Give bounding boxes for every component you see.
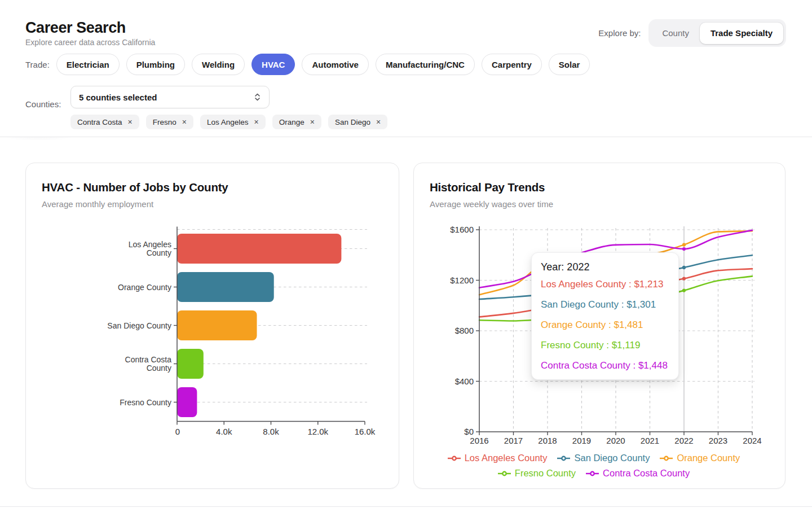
line-x-tick-label: 2020 (606, 436, 625, 445)
hover-dot (682, 247, 686, 251)
trade-pill-solar[interactable]: Solar (549, 54, 590, 75)
bar-x-tick-label: 16.0k (355, 427, 376, 436)
filters-header: Career Search Explore career data across… (0, 0, 812, 137)
legend-item-orange-county[interactable]: Orange County (660, 453, 740, 463)
line-x-tick-label: 2024 (743, 436, 761, 445)
trade-filter-row: Trade: ElectricianPlumbingWeldingHVACAut… (25, 54, 597, 75)
legend-row: Los Angeles CountySan Diego CountyOrange… (443, 450, 745, 466)
remove-county-icon[interactable]: × (182, 118, 187, 126)
line-y-tick-label: $800 (455, 326, 474, 335)
county-tag-contra-costa: Contra Costa× (70, 115, 139, 129)
bar-category-label: County (147, 248, 171, 257)
chart-tooltip: Year: 2022 Los Angeles County : $1,213Sa… (531, 252, 679, 380)
tooltip-row-san-diego-county: San Diego County : $1,301 (541, 299, 669, 310)
bar-x-tick-label: 12.0k (307, 427, 328, 436)
bar-contra-costa-county (177, 349, 204, 379)
line-x-tick-label: 2022 (674, 436, 693, 445)
tooltip-year: Year: 2022 (541, 260, 669, 274)
bottom-divider (0, 506, 812, 507)
line-x-tick-label: 2016 (470, 436, 488, 445)
county-tag-label: Contra Costa (77, 118, 122, 126)
legend-line-dot-marker (660, 455, 673, 462)
county-tag-label: San Diego (335, 118, 370, 126)
hover-dot (682, 277, 686, 280)
bar-x-tick-label: 8.0k (263, 427, 279, 436)
line-y-tick-label: $1600 (450, 225, 474, 234)
bar-chart: Los AngelesCountyOrange CountySan Diego … (26, 217, 400, 448)
line-chart-title: Historical Pay Trends (430, 181, 545, 194)
explore-by-option-county[interactable]: County (651, 23, 700, 44)
bar-category-label: Contra Costa (125, 355, 172, 364)
line-x-tick-label: 2017 (504, 436, 523, 445)
county-select-value: 5 counties selected (79, 93, 253, 102)
bar-x-tick-label: 0 (175, 427, 180, 436)
tooltip-row-orange-county: Orange County : $1,481 (541, 319, 669, 331)
line-chart-subtitle: Average weekly wages over time (430, 199, 553, 209)
legend-row: Fresno CountyContra Costa County (493, 466, 695, 481)
explore-by-label: Explore by: (598, 28, 641, 38)
legend-item-los-angeles-county[interactable]: Los Angeles County (448, 453, 548, 463)
legend-line-dot-marker (557, 455, 570, 462)
bar-fresno-county (177, 387, 197, 417)
line-x-tick-label: 2021 (641, 436, 659, 445)
page-subtitle: Explore career data across California (25, 38, 155, 47)
legend-line-dot-marker (498, 470, 511, 477)
county-tag-label: Orange (279, 118, 304, 126)
line-x-tick-label: 2019 (572, 436, 591, 445)
bar-category-label: San Diego County (107, 321, 171, 330)
career-search-page: Career Search Explore career data across… (0, 0, 812, 508)
bar-category-label: Orange County (118, 283, 171, 292)
trade-pill-automotive[interactable]: Automotive (302, 54, 369, 75)
hover-dot (682, 266, 686, 269)
trade-pill-carpentry[interactable]: Carpentry (482, 54, 542, 75)
bar-category-label: County (147, 364, 171, 373)
trade-pill-welding[interactable]: Welding (192, 54, 245, 75)
legend-item-contra-costa-county[interactable]: Contra Costa County (586, 468, 690, 479)
remove-county-icon[interactable]: × (128, 118, 133, 126)
jobs-by-county-card: HVAC - Number of Jobs by County Average … (25, 163, 399, 489)
county-tags: Contra Costa×Fresno×Los Angeles×Orange×S… (70, 115, 394, 129)
legend-line-dot-marker (586, 470, 599, 477)
legend-label: Contra Costa County (603, 468, 690, 479)
bar-chart-subtitle: Average monthly employment (42, 199, 153, 209)
explore-by-toggle: CountyTrade Specialty (648, 19, 786, 47)
county-tag-label: Fresno (153, 118, 176, 126)
tooltip-row-los-angeles-county: Los Angeles County : $1,213 (541, 279, 669, 290)
hover-dot (682, 289, 686, 292)
remove-county-icon[interactable]: × (310, 118, 315, 126)
bar-orange-county (177, 272, 274, 302)
explore-by-group: Explore by: CountyTrade Specialty (598, 19, 786, 47)
bar-los-angeles-county (177, 234, 341, 264)
pay-trends-card: Historical Pay Trends Average weekly wag… (413, 163, 785, 489)
page-title: Career Search (25, 19, 126, 37)
bar-category-label: Fresno County (120, 398, 171, 407)
tooltip-row-fresno-county: Fresno County : $1,119 (541, 340, 669, 351)
legend-label: Orange County (677, 453, 740, 463)
line-x-tick-label: 2018 (538, 436, 557, 445)
explore-by-option-trade-specialty[interactable]: Trade Specialty (700, 23, 783, 44)
line-y-tick-label: $1200 (450, 275, 474, 285)
legend-label: San Diego County (574, 453, 650, 463)
county-tag-label: Los Angeles (207, 118, 249, 126)
legend-label: Los Angeles County (465, 453, 548, 463)
county-tag-orange: Orange× (272, 115, 321, 129)
counties-label: Counties: (25, 99, 61, 109)
county-tag-los-angeles: Los Angeles× (200, 115, 266, 129)
county-tag-san-diego: San Diego× (328, 115, 387, 129)
trade-pill-hvac[interactable]: HVAC (251, 54, 295, 75)
remove-county-icon[interactable]: × (254, 118, 259, 126)
bar-category-label: Los Angeles (129, 240, 171, 249)
trade-pill-plumbing[interactable]: Plumbing (126, 54, 185, 75)
county-select[interactable]: 5 counties selected (70, 86, 270, 108)
remove-county-icon[interactable]: × (376, 118, 381, 126)
hover-dot (682, 243, 686, 247)
bar-san-diego-county (177, 310, 257, 340)
legend-item-fresno-county[interactable]: Fresno County (498, 468, 576, 479)
legend-label: Fresno County (515, 468, 576, 479)
county-tag-fresno: Fresno× (146, 115, 193, 129)
trade-pill-manufacturing-cnc[interactable]: Manufacturing/CNC (376, 54, 475, 75)
legend-item-san-diego-county[interactable]: San Diego County (557, 453, 650, 463)
line-chart-legend: Los Angeles CountySan Diego CountyOrange… (414, 450, 774, 481)
trade-pill-electrician[interactable]: Electrician (56, 54, 120, 75)
bar-chart-title: HVAC - Number of Jobs by County (42, 181, 228, 194)
